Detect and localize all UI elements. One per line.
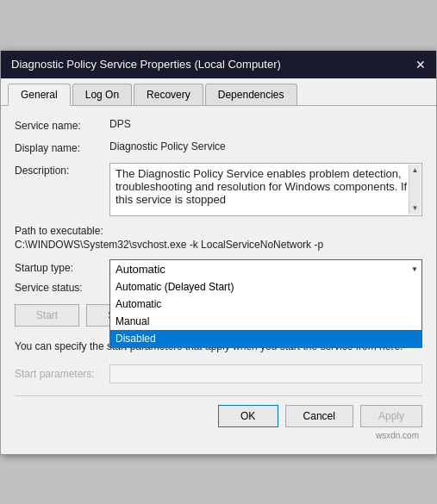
tab-content-general: Service name: DPS Display name: Diagnost… (1, 106, 436, 454)
title-bar: Diagnostic Policy Service Properties (Lo… (1, 51, 436, 78)
path-section: Path to executable: C:\WINDOWS\System32\… (15, 225, 422, 251)
description-row: Description: The Diagnostic Policy Servi… (15, 163, 422, 216)
startup-type-dropdown[interactable]: Automatic ▼ Automatic (Delayed Start) Au… (109, 259, 422, 278)
start-button[interactable]: Start (15, 304, 79, 327)
description-label: Description: (15, 163, 109, 177)
path-label: Path to executable: (15, 225, 422, 237)
dropdown-option-manual[interactable]: Manual (110, 313, 421, 330)
startup-type-selected[interactable]: Automatic ▼ (109, 259, 422, 278)
start-params-label: Start parameters: (15, 368, 109, 380)
tab-general[interactable]: General (8, 84, 71, 106)
display-name-label: Display name: (15, 140, 109, 154)
startup-type-selected-value: Automatic (115, 263, 165, 276)
apply-button[interactable]: Apply (360, 405, 422, 427)
service-name-label: Service name: (15, 118, 109, 132)
window-title: Diagnostic Policy Service Properties (Lo… (11, 58, 281, 71)
display-name-value: Diagnostic Policy Service (109, 140, 422, 152)
close-button[interactable]: ✕ (415, 58, 426, 72)
scroll-up-icon[interactable]: ▲ (412, 165, 419, 177)
dropdown-option-auto[interactable]: Automatic (110, 296, 421, 313)
dialog-buttons: OK Cancel Apply (15, 405, 422, 429)
path-value: C:\WINDOWS\System32\svchost.exe -k Local… (15, 239, 422, 251)
start-params-row: Start parameters: (15, 364, 422, 383)
startup-type-options-list: Automatic (Delayed Start) Automatic Manu… (109, 278, 422, 348)
description-text: The Diagnostic Policy Service enables pr… (115, 167, 407, 206)
ok-button[interactable]: OK (218, 405, 278, 427)
tab-dependencies[interactable]: Dependencies (205, 84, 297, 105)
display-name-row: Display name: Diagnostic Policy Service (15, 140, 422, 154)
service-status-label: Service status: (15, 282, 109, 294)
startup-type-label: Startup type: (15, 259, 109, 274)
description-box[interactable]: The Diagnostic Policy Service enables pr… (109, 163, 422, 216)
watermark: wsxdn.com (15, 429, 422, 442)
description-scrollbar[interactable]: ▲ ▼ (409, 165, 421, 215)
startup-type-row: Startup type: Automatic ▼ Automatic (Del… (15, 259, 422, 278)
properties-window: Diagnostic Policy Service Properties (Lo… (0, 50, 437, 455)
chevron-down-icon: ▼ (411, 265, 418, 273)
service-name-row: Service name: DPS (15, 118, 422, 132)
tab-recovery[interactable]: Recovery (134, 84, 203, 105)
divider (15, 395, 422, 396)
cancel-button[interactable]: Cancel (285, 405, 353, 427)
scroll-down-icon[interactable]: ▼ (412, 202, 419, 215)
tab-logon[interactable]: Log On (72, 84, 132, 105)
tab-bar: General Log On Recovery Dependencies (1, 78, 436, 106)
start-params-input[interactable] (109, 364, 422, 383)
service-name-value: DPS (109, 118, 422, 130)
dropdown-option-auto-delayed[interactable]: Automatic (Delayed Start) (110, 278, 421, 296)
dropdown-option-disabled[interactable]: Disabled (110, 330, 421, 347)
